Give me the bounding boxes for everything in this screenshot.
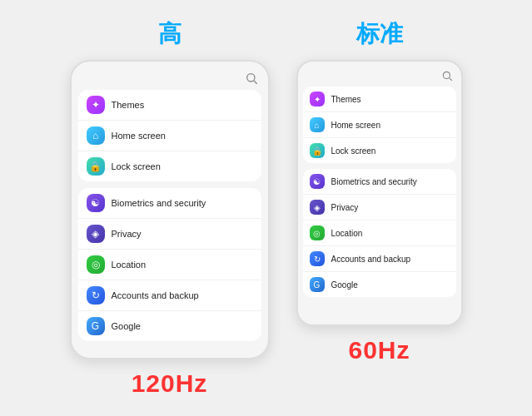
left-item-accounts[interactable]: ↻ Accounts and backup [78, 280, 261, 311]
left-google-label: Google [112, 321, 141, 331]
right-accounts-label: Accounts and backup [331, 255, 411, 264]
right-privacy-label: Privacy [331, 203, 359, 212]
right-title: 标准 [356, 18, 403, 50]
left-accounts-label: Accounts and backup [112, 290, 199, 300]
left-homescreen-label: Home screen [112, 131, 166, 141]
right-location-label: Location [331, 229, 363, 238]
svg-point-0 [246, 74, 254, 82]
right-search-icon[interactable] [441, 70, 453, 82]
right-phone-frame: ✦ Themes ⌂ Home screen 🔒 Lock screen ☯ [296, 60, 463, 326]
svg-point-2 [443, 72, 450, 78]
left-location-icon: ◎ [87, 255, 105, 274]
right-home-icon: ⌂ [310, 117, 325, 132]
right-item-location[interactable]: ◎ Location [303, 220, 456, 246]
right-themes-label: Themes [331, 95, 361, 104]
left-group-1: ✦ Themes ⌂ Home screen 🔒 Lock screen [78, 90, 261, 181]
left-biometrics-label: Biometrics and security [112, 198, 206, 208]
left-search-icon[interactable] [245, 72, 258, 85]
left-phone-frame: ✦ Themes ⌂ Home screen 🔒 Lock screen ☯ [70, 60, 270, 359]
main-container: 高 ✦ Themes ⌂ Home screen [53, 10, 480, 406]
right-item-homescreen[interactable]: ⌂ Home screen [303, 112, 456, 138]
right-privacy-icon: ◈ [310, 200, 325, 215]
right-accounts-icon: ↻ [310, 251, 325, 266]
right-search-bar [303, 68, 456, 87]
right-lockscreen-label: Lock screen [331, 146, 376, 156]
left-privacy-label: Privacy [112, 229, 142, 239]
left-settings-list: ✦ Themes ⌂ Home screen 🔒 Lock screen ☯ [78, 90, 261, 346]
left-accounts-icon: ↻ [87, 286, 105, 305]
left-privacy-icon: ◈ [87, 225, 105, 243]
right-settings-list: ✦ Themes ⌂ Home screen 🔒 Lock screen ☯ [303, 87, 456, 301]
left-group-2: ☯ Biometrics and security ◈ Privacy ◎ Lo… [78, 188, 261, 341]
right-lock-icon: 🔒 [310, 143, 325, 158]
right-homescreen-label: Home screen [331, 121, 380, 130]
right-biometrics-icon: ☯ [310, 174, 325, 189]
left-item-homescreen[interactable]: ⌂ Home screen [78, 121, 261, 151]
left-item-themes[interactable]: ✦ Themes [78, 90, 261, 121]
right-item-lockscreen[interactable]: 🔒 Lock screen [303, 138, 456, 163]
right-group-2: ☯ Biometrics and security ◈ Privacy ◎ Lo… [303, 169, 456, 297]
right-location-icon: ◎ [310, 225, 325, 240]
left-item-biometrics[interactable]: ☯ Biometrics and security [78, 188, 261, 219]
right-item-privacy[interactable]: ◈ Privacy [303, 195, 456, 220]
right-hz-label: 60Hz [348, 336, 410, 364]
right-biometrics-label: Biometrics and security [331, 177, 417, 186]
left-google-icon: G [87, 317, 105, 335]
left-biometrics-icon: ☯ [87, 194, 105, 212]
left-item-location[interactable]: ◎ Location [78, 250, 261, 280]
left-item-privacy[interactable]: ◈ Privacy [78, 219, 261, 250]
left-item-google[interactable]: G Google [78, 311, 261, 341]
left-title: 高 [158, 18, 181, 50]
right-section: 标准 ✦ Themes ⌂ Home screen [296, 18, 463, 364]
left-themes-icon: ✦ [87, 96, 105, 114]
right-item-themes[interactable]: ✦ Themes [303, 87, 456, 112]
left-hz-label: 120Hz [132, 369, 208, 398]
right-item-google[interactable]: G Google [303, 272, 456, 297]
right-group-1: ✦ Themes ⌂ Home screen 🔒 Lock screen [303, 87, 456, 163]
right-themes-icon: ✦ [310, 92, 325, 106]
right-item-accounts[interactable]: ↻ Accounts and backup [303, 246, 456, 272]
left-item-lockscreen[interactable]: 🔒 Lock screen [78, 151, 261, 181]
right-google-label: Google [331, 280, 358, 290]
svg-line-1 [254, 81, 257, 84]
left-location-label: Location [112, 260, 147, 270]
right-item-biometrics[interactable]: ☯ Biometrics and security [303, 169, 456, 195]
svg-line-3 [449, 78, 451, 81]
left-lock-icon: 🔒 [87, 157, 105, 176]
left-search-bar [78, 70, 261, 90]
left-lockscreen-label: Lock screen [112, 161, 161, 171]
left-section: 高 ✦ Themes ⌂ Home screen [70, 18, 270, 398]
left-home-icon: ⌂ [87, 126, 105, 145]
left-themes-label: Themes [112, 100, 145, 110]
right-google-icon: G [310, 277, 325, 292]
